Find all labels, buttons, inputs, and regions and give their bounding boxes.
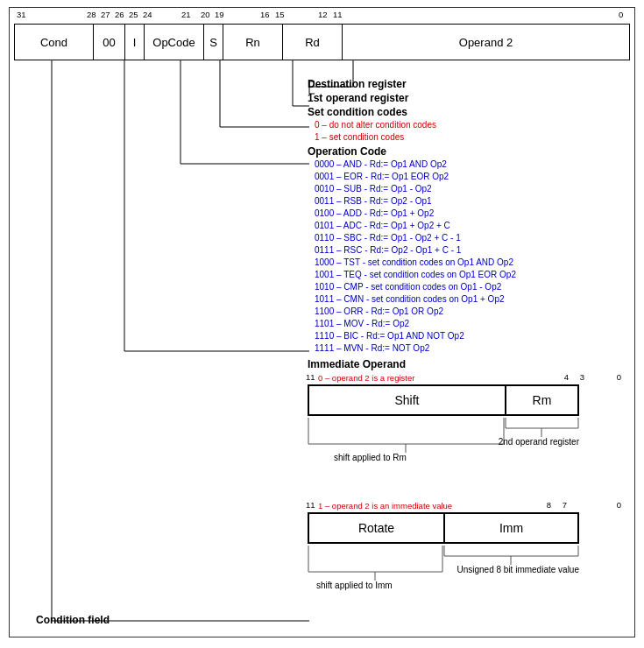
field-i: I xyxy=(125,25,145,60)
opcode-0110: 0110 – SBC - Rd:= Op1 - Op2 + C - 1 xyxy=(315,232,623,244)
imm-reg-box: Shift Rm xyxy=(308,384,579,416)
imm-op-imm-section: 11 1 – operand 2 is an immediate value 8… xyxy=(308,498,623,594)
field-operand2: Operand 2 xyxy=(343,25,629,60)
opcode-0001: 0001 – EOR - Rd:= Op1 EOR Op2 xyxy=(315,171,623,183)
imm-field: Imm xyxy=(445,514,577,542)
field-opcode: OpCode xyxy=(145,25,204,60)
field-s: S xyxy=(204,25,223,60)
desc-unsigned: Unsigned 8 bit immediate value xyxy=(456,565,579,574)
opcode-0010: 0010 – SUB - Rd:= Op1 - Op2 xyxy=(315,183,623,195)
bit-11: 11 xyxy=(333,10,343,19)
shift-field: Shift xyxy=(309,386,506,414)
opcode-1111: 1111 – MVN - Rd:= NOT Op2 xyxy=(315,342,623,355)
opcode-1100: 1100 – ORR - Rd:= Op1 OR Op2 xyxy=(315,306,623,318)
opcode-1010: 1010 – CMP - set condition codes on Op1 … xyxy=(315,281,623,293)
bit-25: 25 xyxy=(129,10,138,19)
opcode-0111: 0111 – RSC - Rd:= Op2 - Op1 + C - 1 xyxy=(315,244,623,257)
set-cond-sub1: 1 – set condition codes xyxy=(315,131,623,144)
imm-op-register-section: Immediate Operand 11 0 – operand 2 is a … xyxy=(308,358,623,466)
opcode-title: Operation Code xyxy=(308,145,623,158)
bit-31: 31 xyxy=(17,10,26,19)
imm2-bit-0: 0 xyxy=(617,500,621,510)
opcode-0100: 0100 – ADD - Rd:= Op1 + Op2 xyxy=(315,208,623,220)
set-cond-sub0: 0 – do not alter condition codes xyxy=(315,119,623,131)
opcode-1110: 1110 – BIC - Rd:= Op1 AND NOT Op2 xyxy=(315,330,623,342)
imm2-bit-8: 8 xyxy=(547,500,551,510)
dest-reg-title: Destination register xyxy=(308,78,623,90)
instruction-register-row: Cond 00 I OpCode S Rn Rd Operand 2 xyxy=(14,24,630,60)
rm-field: Rm xyxy=(506,386,577,414)
bit-21: 21 xyxy=(181,10,191,19)
bit-0: 0 xyxy=(619,10,623,19)
desc-2nd-reg: 2nd operand register xyxy=(499,437,579,447)
bit-26: 26 xyxy=(115,10,124,19)
imm-mode0-label: 0 – operand 2 is a register xyxy=(318,373,414,383)
bit-15: 15 xyxy=(275,10,285,19)
bit-27: 27 xyxy=(101,10,110,19)
opcode-0000: 0000 – AND - Rd:= Op1 AND Op2 xyxy=(315,158,623,171)
instruction-diagram: 31 28 27 26 25 24 21 20 19 16 15 12 11 0… xyxy=(9,7,635,637)
bit-24: 24 xyxy=(143,10,152,19)
bit-12: 12 xyxy=(318,10,328,19)
opcode-1101: 1101 – MOV - Rd:= Op2 xyxy=(315,318,623,330)
opcode-1001: 1001 – TEQ - set condition codes on Op1 … xyxy=(315,269,623,281)
set-cond-title: Set condition codes xyxy=(308,106,623,118)
opcode-0101: 0101 – ADC - Rd:= Op1 + Op2 + C xyxy=(315,220,623,232)
opcode-0011: 0011 – RSB - Rd:= Op2 - Op1 xyxy=(315,195,623,208)
descriptions-section: Destination register 1st operand registe… xyxy=(308,78,623,356)
field-cond: Cond xyxy=(15,25,94,60)
field-rn: Rn xyxy=(223,25,283,60)
imm-bit-3: 3 xyxy=(580,372,584,382)
bit-20: 20 xyxy=(201,10,210,19)
imm-imm-box: Rotate Imm xyxy=(308,512,579,544)
imm-bit-11-label: 11 xyxy=(306,372,315,382)
condition-field-label: Condition field xyxy=(36,614,110,626)
desc-shift-imm: shift applied to Imm xyxy=(316,581,393,590)
desc-shift-rm: shift applied to Rm xyxy=(334,453,407,462)
imm-bit-4: 4 xyxy=(564,372,569,382)
field-00: 00 xyxy=(94,25,125,60)
imm2-bit-11-label: 11 xyxy=(306,500,315,510)
bit-19: 19 xyxy=(215,10,224,19)
field-rd: Rd xyxy=(283,25,343,60)
imm-mode1-label: 1 – operand 2 is an immediate value xyxy=(318,501,452,511)
imm-bit-0: 0 xyxy=(617,372,621,382)
imm-op-title: Immediate Operand xyxy=(308,358,623,370)
bit-16: 16 xyxy=(260,10,270,19)
rotate-field: Rotate xyxy=(309,514,445,542)
bit-28: 28 xyxy=(87,10,96,19)
first-op-title: 1st operand register xyxy=(308,92,623,104)
opcode-1011: 1011 – CMN - set condition codes on Op1 … xyxy=(315,293,623,306)
imm2-bit-7: 7 xyxy=(563,500,567,510)
opcode-1000: 1000 – TST - set condition codes on Op1 … xyxy=(315,257,623,269)
